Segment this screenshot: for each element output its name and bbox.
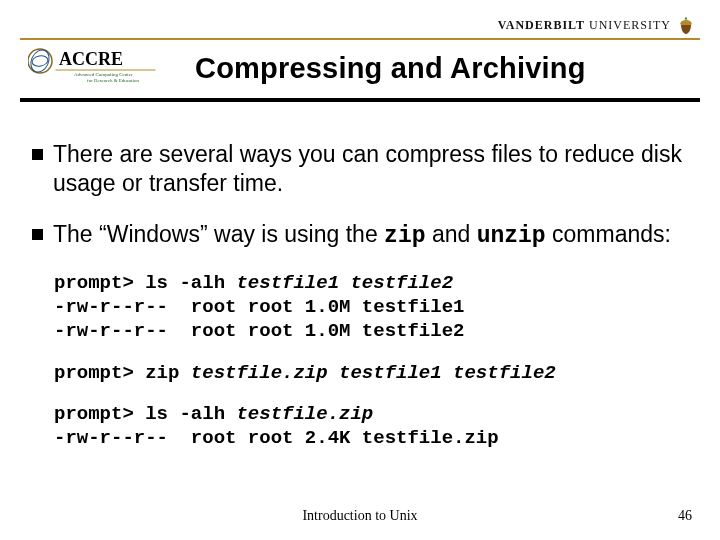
slide-title: Compressing and Archiving	[195, 52, 586, 85]
inline-code: unzip	[477, 223, 546, 249]
svg-point-3	[31, 55, 48, 68]
svg-text:ACCRE: ACCRE	[59, 49, 123, 69]
slide: VANDERBILT UNIVERSITY ACCRE Advanced Com…	[0, 0, 720, 540]
black-divider	[20, 98, 700, 102]
bullet-item: The “Windows” way is using the zip and u…	[32, 220, 688, 251]
terminal-block: prompt> ls -alh testfile.zip -rw-r--r-- …	[54, 403, 688, 451]
footer-title: Introduction to Unix	[0, 508, 720, 524]
bullet-text: There are several ways you can compress …	[53, 140, 688, 198]
accre-logo: ACCRE Advanced Computing Center for Rese…	[28, 44, 178, 93]
university-name: VANDERBILT UNIVERSITY	[498, 18, 671, 33]
gold-divider	[20, 38, 700, 40]
svg-text:Advanced Computing Center: Advanced Computing Center	[74, 72, 133, 77]
terminal-block: prompt> zip testfile.zip testfile1 testf…	[54, 362, 688, 386]
content-area: There are several ways you can compress …	[32, 140, 688, 451]
bullet-marker-icon	[32, 149, 43, 160]
terminal-block: prompt> ls -alh testfile1 testfile2 -rw-…	[54, 272, 688, 343]
bullet-item: There are several ways you can compress …	[32, 140, 688, 198]
inline-code: zip	[384, 223, 425, 249]
vanderbilt-acorn-icon	[677, 15, 695, 35]
page-number: 46	[678, 508, 692, 524]
bullet-marker-icon	[32, 229, 43, 240]
bullet-text: The “Windows” way is using the zip and u…	[53, 220, 671, 251]
university-banner: VANDERBILT UNIVERSITY	[498, 15, 695, 35]
svg-text:for Research & Education: for Research & Education	[87, 78, 140, 83]
